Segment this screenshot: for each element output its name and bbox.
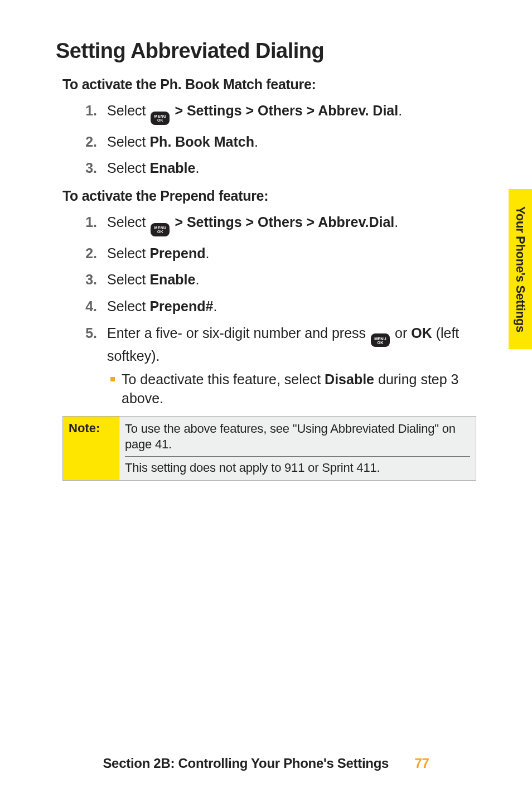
option-name: Enable xyxy=(149,272,195,287)
text: . xyxy=(398,103,402,118)
text: Select xyxy=(107,272,149,287)
option-name: Prepend# xyxy=(149,298,213,314)
text: . xyxy=(254,134,258,149)
note-line: This setting does not apply to 911 or Sp… xyxy=(125,460,470,476)
menu-ok-icon: MENU OK xyxy=(371,333,390,347)
text: . xyxy=(213,298,217,314)
menu-ok-icon: MENU OK xyxy=(151,112,170,125)
section-tab-label: Your Phone's Settings xyxy=(513,206,528,332)
text: . xyxy=(195,272,199,287)
footer-text: Section 2B: Controlling Your Phone's Set… xyxy=(103,756,389,771)
step: 4 Select Prepend#. xyxy=(101,297,482,316)
page: Setting Abbreviated Dialing To activate … xyxy=(0,0,532,798)
text: . xyxy=(195,160,199,176)
softkey-name: OK xyxy=(411,325,432,341)
step-number: 2 xyxy=(75,244,97,263)
page-footer: Section 2B: Controlling Your Phone's Set… xyxy=(0,756,532,771)
section-tab: Your Phone's Settings xyxy=(509,189,532,349)
step-number: 4 xyxy=(75,297,97,316)
procedure-2-steps: 1 Select MENU OK > Settings > Others > A… xyxy=(56,213,482,408)
menu-icon-line1: MENU xyxy=(154,226,167,230)
sub-bullet-item: To deactivate this feature, select Disab… xyxy=(97,370,482,408)
note-body: To use the above features, see "Using Ab… xyxy=(119,416,476,481)
text: or xyxy=(395,325,411,341)
step: 3 Select Enable. xyxy=(101,270,482,289)
step-number: 3 xyxy=(75,270,97,289)
text: . xyxy=(394,214,398,230)
text: . xyxy=(205,245,209,261)
procedure-1-title: To activate the Ph. Book Match feature: xyxy=(62,76,482,93)
option-name: Ph. Book Match xyxy=(149,134,254,149)
procedure-2-title: To activate the Prepend feature: xyxy=(62,188,482,204)
text: Enter a five- or six-digit number and pr… xyxy=(107,325,370,341)
step: 1 Select MENU OK > Settings > Others > A… xyxy=(101,101,482,125)
step-number: 3 xyxy=(75,159,97,178)
option-name: Prepend xyxy=(149,245,205,261)
menu-icon-line2: OK xyxy=(157,230,163,234)
text: Select xyxy=(107,298,149,314)
text: Select xyxy=(107,134,149,149)
step: 1 Select MENU OK > Settings > Others > A… xyxy=(101,213,482,236)
sub-bullet-list: To deactivate this feature, select Disab… xyxy=(97,370,482,408)
step: 3 Select Enable. xyxy=(101,159,482,178)
option-name: Disable xyxy=(325,371,374,387)
text: Select xyxy=(107,214,149,230)
text: Select xyxy=(107,160,149,176)
menu-icon-line2: OK xyxy=(377,341,383,345)
step-number: 5 xyxy=(75,324,97,343)
menu-ok-icon: MENU OK xyxy=(151,223,170,236)
step-number: 1 xyxy=(75,101,97,120)
menu-path: > Settings > Others > Abbrev. Dial xyxy=(175,103,398,118)
option-name: Enable xyxy=(149,160,195,176)
note-label: Note: xyxy=(63,416,119,481)
menu-icon-line2: OK xyxy=(157,118,163,122)
text: Select xyxy=(107,103,149,118)
step-number: 1 xyxy=(75,213,97,232)
step: 2 Select Ph. Book Match. xyxy=(101,133,482,152)
procedure-1-steps: 1 Select MENU OK > Settings > Others > A… xyxy=(56,101,482,178)
step-number: 2 xyxy=(75,133,97,152)
note-line: To use the above features, see "Using Ab… xyxy=(125,421,470,453)
menu-icon-line1: MENU xyxy=(154,114,167,118)
page-title: Setting Abbreviated Dialing xyxy=(56,39,482,63)
text: To deactivate this feature, select xyxy=(122,371,325,387)
step: 5 Enter a five- or six-digit number and … xyxy=(101,324,482,408)
text: Select xyxy=(107,245,149,261)
note-box: Note: To use the above features, see "Us… xyxy=(62,416,476,481)
note-divider xyxy=(125,456,470,457)
menu-icon-line1: MENU xyxy=(374,337,386,341)
step: 2 Select Prepend. xyxy=(101,244,482,263)
menu-path: > Settings > Others > Abbrev.Dial xyxy=(175,214,394,230)
page-number: 77 xyxy=(414,756,429,771)
